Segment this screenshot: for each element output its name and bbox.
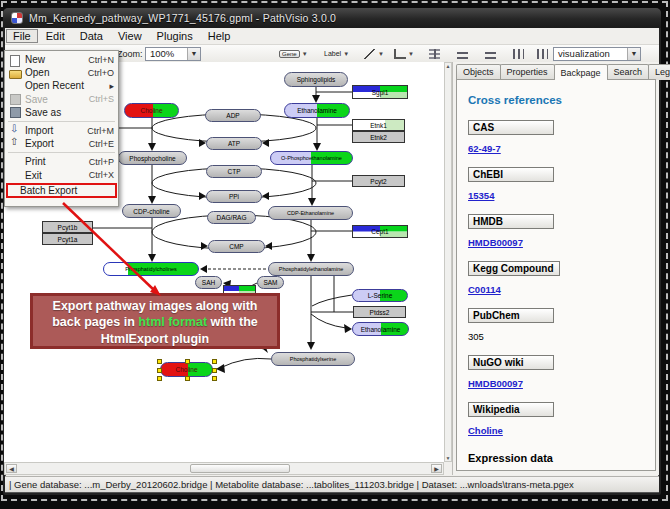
pathway-node-l-serine[interactable]: L-Serine — [352, 289, 408, 302]
pathway-node-sam[interactable]: SAM — [257, 276, 284, 289]
pathway-node-phosphatidylcholines[interactable]: Phosphatidylcholines — [103, 262, 199, 276]
align-middle-button[interactable] — [453, 46, 472, 61]
pathway-node-dag-rag[interactable]: DAG/RAG — [207, 211, 256, 224]
canvas-vertical-scrollbar[interactable]: ▲ ▼ — [444, 62, 452, 462]
stack-vertical-button[interactable] — [481, 46, 500, 61]
pathway-node-sphingolipids[interactable]: Sphingolipids — [284, 72, 348, 87]
pathway-node-cdp-ethanolamine[interactable]: CDP-Ethanolamine — [268, 206, 353, 220]
elbow-connector-icon — [394, 49, 406, 59]
selection-handle[interactable] — [185, 359, 190, 364]
tab-backpage[interactable]: Backpage — [554, 64, 608, 80]
canvas-horizontal-scrollbar[interactable]: ◀ ▶ — [4, 462, 444, 475]
pathway-node-pcyt2[interactable]: Pcyt2 — [352, 175, 405, 187]
menu-plugins[interactable]: Plugins — [150, 29, 200, 43]
import-icon — [8, 126, 22, 136]
pathway-node-ptdss2[interactable]: Ptdss2 — [353, 306, 406, 318]
selection-handle[interactable] — [185, 376, 190, 381]
pathway-node-etnk2[interactable]: Etnk2 — [352, 131, 405, 143]
crossref-value-cas[interactable]: 62-49-7 — [468, 143, 645, 154]
file-menu-item-open[interactable]: OpenCtrl+O — [5, 66, 118, 79]
app-icon — [11, 12, 23, 24]
pathway-node-cmp[interactable]: CMP — [208, 240, 265, 253]
pathway-node-choline[interactable]: Choline — [124, 103, 179, 118]
scroll-up-icon[interactable]: ▲ — [446, 63, 451, 69]
scroll-down-icon[interactable]: ▼ — [446, 455, 451, 461]
selection-handle[interactable] — [212, 376, 217, 381]
crossref-value-kegg-compound[interactable]: C00114 — [468, 284, 645, 295]
pathway-node-sah[interactable]: SAH — [195, 276, 222, 289]
file-menu-item-exit[interactable]: ExitCtrl+X — [5, 169, 118, 182]
selection-handle[interactable] — [157, 359, 162, 364]
node-label: Phosphatidylserine — [290, 356, 336, 362]
crossref-value-nugo-wiki[interactable]: HMDB00097 — [468, 378, 645, 389]
menu-separator — [8, 152, 115, 153]
pathway-node-o-phosphoethanolamine[interactable]: O-Phosphoethanolamine — [270, 151, 353, 165]
crossref-value-chebi[interactable]: 15354 — [468, 190, 645, 201]
pathway-node-choline[interactable]: Choline — [160, 362, 213, 377]
pathway-node-ctp[interactable]: CTP — [206, 165, 262, 178]
align-center-icon — [429, 49, 440, 59]
zoom-combobox[interactable]: 100% ▼ — [145, 47, 201, 61]
menu-view[interactable]: View — [111, 29, 149, 43]
tab-search[interactable]: Search — [607, 64, 650, 80]
pathway-node-pcyt1a[interactable]: Pcyt1a — [42, 233, 93, 245]
pathway-node-ethanolamine[interactable]: Ethanolamine — [284, 103, 350, 118]
pathway-node-phosphocholine[interactable]: Phosphocholine — [118, 151, 187, 165]
file-menu-item-batch-export[interactable]: Batch Export — [6, 183, 117, 198]
node-label: Sgpl1 — [372, 89, 389, 96]
connector-tool-button[interactable]: ▼ — [390, 46, 418, 61]
menu-data[interactable]: Data — [73, 29, 110, 43]
file-menu-item-print[interactable]: PrintCtrl+P — [5, 155, 118, 168]
tab-objects[interactable]: Objects — [456, 64, 501, 80]
file-menu-item-new[interactable]: NewCtrl+N — [5, 53, 118, 66]
pathway-node-ethanolamine[interactable]: Ethanolamine — [352, 322, 409, 336]
scroll-right-icon[interactable]: ▶ — [431, 464, 442, 473]
chevron-down-icon[interactable]: ▼ — [627, 48, 640, 60]
shortcut-text: Ctrl+P — [89, 157, 114, 167]
pathway-node-sgpl1[interactable]: Sgpl1 — [352, 85, 408, 99]
crossref-value-hmdb[interactable]: HMDB00097 — [468, 237, 645, 248]
tab-properties[interactable]: Properties — [500, 64, 555, 80]
chevron-down-icon[interactable]: ▼ — [187, 48, 200, 60]
node-label: Pcyt2 — [370, 178, 386, 185]
pathway-node-phosphatidylethanolamine[interactable]: Phosphatidylethanolamine — [268, 262, 354, 276]
file-menu-item-save-as[interactable]: Save as — [5, 106, 118, 119]
selection-handle[interactable] — [157, 376, 162, 381]
pathway-node-cdp-choline[interactable]: CDP-choline — [122, 204, 181, 218]
menu-help[interactable]: Help — [201, 29, 238, 43]
screenshot-background: Mm_Kennedy_pathway_WP1771_45176.gpml - P… — [0, 0, 670, 509]
menu-edit[interactable]: Edit — [39, 29, 72, 43]
pathway-node-cept1[interactable]: Cept1 — [352, 225, 408, 238]
tab-legend[interactable]: Legend — [648, 64, 670, 80]
pathway-node-etnk1[interactable]: Etnk1 — [352, 119, 405, 131]
add-label-button[interactable]: Label▼ — [320, 46, 353, 61]
pathway-node-adp[interactable]: ADP — [205, 109, 261, 122]
line-tool-button[interactable]: ▼ — [360, 46, 388, 61]
align-center-button[interactable] — [425, 46, 444, 61]
visualization-combobox[interactable]: visualization ▼ — [553, 47, 641, 61]
common-size-button[interactable] — [533, 46, 552, 61]
add-datanode-button[interactable]: Gene▼ — [275, 46, 312, 61]
file-menu-item-open-recent[interactable]: Open Recent▸ — [5, 79, 118, 92]
node-label: Ethanolamine — [297, 107, 337, 114]
node-label: PPi — [229, 193, 239, 200]
stack-horizontal-button[interactable] — [509, 46, 528, 61]
title-bar[interactable]: Mm_Kennedy_pathway_WP1771_45176.gpml - P… — [3, 8, 661, 28]
pathway-node-atp[interactable]: ATP — [206, 137, 262, 150]
scroll-left-icon[interactable]: ◀ — [6, 464, 17, 473]
selection-handle[interactable] — [212, 368, 217, 373]
annotation-callout: Export pathway images along with back pa… — [30, 293, 280, 349]
selection-handle[interactable] — [157, 368, 162, 373]
pathway-node-phosphatidylserine[interactable]: Phosphatidylserine — [271, 352, 355, 366]
scrollbar-thumb[interactable] — [190, 464, 290, 473]
file-menu-item-save[interactable]: SaveCtrl+S — [5, 93, 118, 106]
menu-file[interactable]: File — [6, 29, 38, 43]
pathway-node-ppi[interactable]: PPi — [206, 190, 262, 203]
pathway-node-pcyt1b[interactable]: Pcyt1b — [42, 221, 93, 233]
file-menu-item-import[interactable]: ImportCtrl+M — [5, 124, 118, 137]
node-label: Pcyt1a — [58, 236, 78, 243]
selection-handle[interactable] — [212, 359, 217, 364]
backpage-panel: Cross references CAS62-49-7ChEBI15354HMD… — [456, 79, 656, 471]
crossref-value-wikipedia[interactable]: Choline — [468, 425, 645, 436]
file-menu-item-export[interactable]: ExportCtrl+E — [5, 137, 118, 150]
